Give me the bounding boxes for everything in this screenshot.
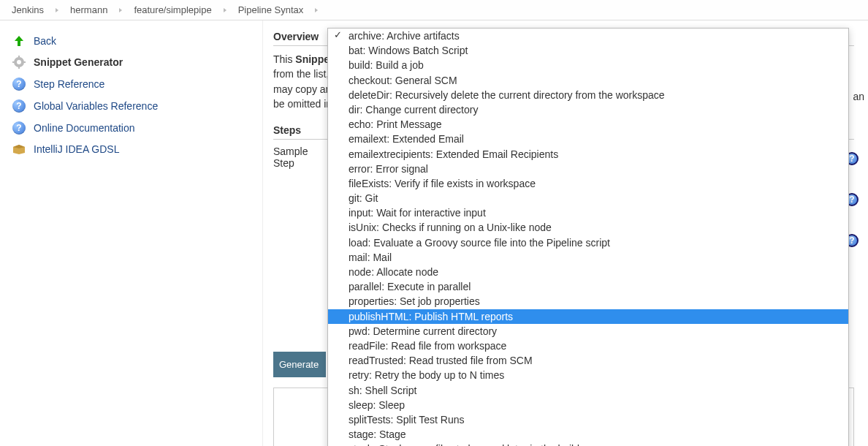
svg-rect-5: [23, 61, 26, 63]
help-icon: ?: [10, 121, 28, 135]
dropdown-option[interactable]: load: Evaluate a Groovy source file into…: [328, 235, 848, 250]
dropdown-option[interactable]: dir: Change current directory: [328, 102, 848, 117]
overview-right-fragment: an: [853, 91, 864, 102]
dropdown-option[interactable]: echo: Print Message: [328, 117, 848, 132]
sidebar-item-online-docs[interactable]: ? Online Documentation: [9, 117, 254, 139]
dropdown-option[interactable]: publishHTML: Publish HTML reports: [328, 309, 848, 324]
svg-point-1: [17, 60, 21, 64]
sidebar-item-label: Step Reference: [34, 78, 104, 90]
dropdown-option[interactable]: readTrusted: Read trusted file from SCM: [328, 353, 848, 368]
generate-button[interactable]: Generate: [273, 352, 326, 377]
sidebar-item-step-reference[interactable]: ? Step Reference: [9, 73, 254, 95]
dropdown-option[interactable]: sleep: Sleep: [328, 398, 848, 412]
dropdown-option[interactable]: git: Git: [328, 191, 848, 205]
sidebar-item-intellij-gdsl[interactable]: IntelliJ IDEA GDSL: [9, 139, 254, 159]
dropdown-option[interactable]: input: Wait for interactive input: [328, 205, 848, 220]
dropdown-option[interactable]: fileExists: Verify if file exists in wor…: [328, 176, 848, 191]
package-icon: [10, 144, 28, 154]
sidebar-item-label: Snippet Generator: [34, 56, 123, 68]
sample-step-dropdown[interactable]: archive: Archive artifactsbat: Windows B…: [327, 28, 849, 446]
dropdown-option[interactable]: sh: Shell Script: [328, 383, 848, 398]
dropdown-option[interactable]: build: Build a job: [328, 58, 848, 72]
sidebar-item-label: Global Variables Reference: [34, 100, 158, 112]
dropdown-option[interactable]: checkout: General SCM: [328, 73, 848, 88]
dropdown-option[interactable]: stage: Stage: [328, 427, 848, 442]
dropdown-option[interactable]: properties: Set job properties: [328, 294, 848, 309]
breadcrumb: Jenkins hermann feature/simplepipe Pipel…: [0, 0, 868, 20]
dropdown-option[interactable]: stash: Stash some files to be used later…: [328, 442, 848, 446]
sidebar-item-label: IntelliJ IDEA GDSL: [34, 143, 120, 155]
sidebar-item-label: Online Documentation: [34, 122, 135, 134]
dropdown-option[interactable]: pwd: Determine current directory: [328, 324, 848, 339]
chevron-right-icon: [315, 8, 318, 12]
sample-step-label: Sample Step: [273, 145, 328, 169]
overview-fragment: be omitted in: [273, 98, 332, 110]
overview-fragment: This: [273, 53, 295, 65]
sidebar: Back Snippet Generator ? Step Reference …: [0, 20, 263, 446]
crumb-jenkins[interactable]: Jenkins: [7, 4, 48, 15]
svg-rect-4: [12, 61, 15, 63]
dropdown-option[interactable]: emailext: Extended Email: [328, 132, 848, 146]
crumb-branch[interactable]: feature/simplepipe: [129, 4, 216, 15]
chevron-right-icon: [224, 8, 226, 12]
crumb-pipeline-syntax[interactable]: Pipeline Syntax: [234, 4, 308, 15]
sidebar-item-back[interactable]: Back: [9, 31, 254, 51]
dropdown-option[interactable]: isUnix: Checks if running on a Unix-like…: [328, 220, 848, 235]
dropdown-option[interactable]: retry: Retry the body up to N times: [328, 368, 848, 382]
dropdown-option[interactable]: readFile: Read file from workspace: [328, 339, 848, 353]
dropdown-option[interactable]: node: Allocate node: [328, 265, 848, 279]
svg-rect-3: [18, 67, 20, 69]
gear-icon: [10, 56, 28, 69]
dropdown-option[interactable]: bat: Windows Batch Script: [328, 43, 848, 58]
dropdown-option[interactable]: deleteDir: Recursively delete the curren…: [328, 88, 848, 102]
crumb-hermann[interactable]: hermann: [66, 4, 112, 15]
svg-rect-2: [18, 56, 20, 58]
chevron-right-icon: [119, 8, 122, 12]
dropdown-option[interactable]: parallel: Execute in parallel: [328, 279, 848, 294]
dropdown-option[interactable]: emailextrecipients: Extended Email Recip…: [328, 147, 848, 162]
dropdown-option[interactable]: splitTests: Split Test Runs: [328, 412, 848, 427]
chevron-right-icon: [56, 8, 58, 12]
sidebar-item-global-variables[interactable]: ? Global Variables Reference: [9, 95, 254, 117]
dropdown-option[interactable]: mail: Mail: [328, 250, 848, 265]
help-icon: ?: [10, 99, 28, 113]
help-icon: ?: [10, 78, 28, 91]
dropdown-option[interactable]: error: Error signal: [328, 162, 848, 176]
sidebar-item-label: Back: [34, 35, 56, 47]
dropdown-option[interactable]: archive: Archive artifacts: [328, 29, 848, 43]
sidebar-item-snippet-generator[interactable]: Snippet Generator: [9, 51, 254, 73]
arrow-up-icon: [10, 35, 28, 47]
